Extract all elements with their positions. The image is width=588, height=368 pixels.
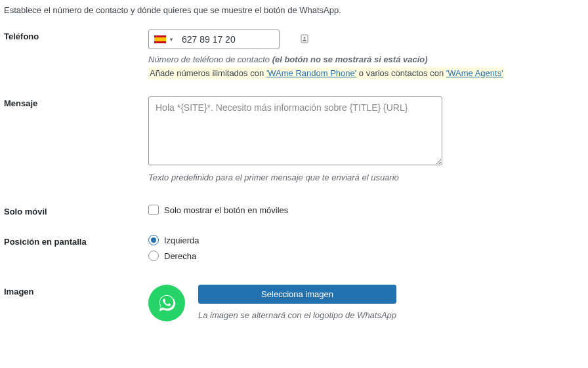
field-row-phone: Teléfono ▼ Número de teléfono de contact… xyxy=(4,30,584,78)
image-help-text: La imagen se alternará con el logotipo d… xyxy=(198,310,396,320)
phone-input-group: ▼ xyxy=(148,30,280,49)
chevron-down-icon: ▼ xyxy=(169,37,174,43)
checkbox-mobile-only-label: Solo mostrar el botón en móviles xyxy=(164,205,288,215)
whatsapp-logo-preview xyxy=(148,285,185,321)
link-wame-random-phone[interactable]: 'WAme Random Phone' xyxy=(266,68,356,78)
radio-left-label: Izquierda xyxy=(164,235,199,245)
intro-text: Establece el número de contacto y dónde … xyxy=(4,5,584,15)
label-position: Posición en pantalla xyxy=(4,235,148,247)
message-help-text: Texto predefinido para el primer mensaje… xyxy=(148,173,584,182)
label-message: Mensaje xyxy=(4,96,148,108)
field-row-position: Posición en pantalla Izquierda Derecha xyxy=(4,235,584,266)
select-image-button[interactable]: Selecciona imagen xyxy=(198,285,396,304)
whatsapp-icon xyxy=(157,293,177,313)
field-row-image: Imagen Selecciona imagen La imagen se al… xyxy=(4,285,584,321)
label-phone: Teléfono xyxy=(4,30,148,41)
field-row-message: Mensaje Texto predefinido para el primer… xyxy=(4,96,584,186)
phone-input[interactable] xyxy=(178,30,301,49)
radio-right[interactable] xyxy=(148,251,159,261)
label-image: Imagen xyxy=(4,285,148,296)
flag-spain-icon xyxy=(154,35,166,43)
checkbox-mobile-only[interactable] xyxy=(148,205,159,215)
mobile-only-checkbox-row[interactable]: Solo mostrar el botón en móviles xyxy=(148,205,584,215)
promo-bar: Añade números ilimitados con 'WAme Rando… xyxy=(148,68,584,78)
label-mobile-only: Solo móvil xyxy=(4,205,148,216)
radio-right-label: Derecha xyxy=(164,251,196,261)
radio-left[interactable] xyxy=(148,235,159,245)
link-wame-agents[interactable]: 'WAme Agents' xyxy=(446,68,503,78)
country-select-button[interactable]: ▼ xyxy=(149,30,178,49)
message-textarea[interactable] xyxy=(148,96,442,165)
field-row-mobile-only: Solo móvil Solo mostrar el botón en móvi… xyxy=(4,205,584,216)
phone-help-text: Número de teléfono de contacto (el botón… xyxy=(148,54,584,64)
radio-right-row[interactable]: Derecha xyxy=(148,251,584,261)
radio-left-row[interactable]: Izquierda xyxy=(148,235,584,245)
svg-point-1 xyxy=(303,37,305,39)
contacts-icon xyxy=(301,34,312,45)
